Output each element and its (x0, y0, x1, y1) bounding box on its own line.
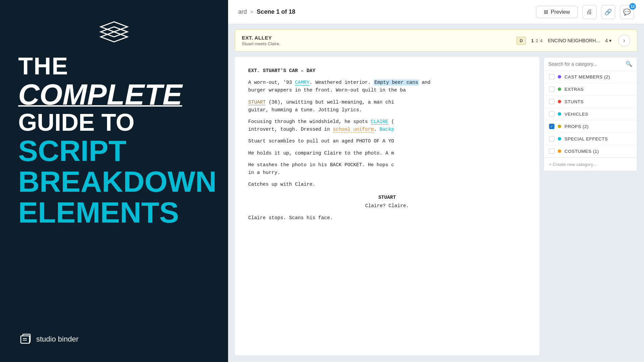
svg-rect-3 (21, 336, 30, 343)
extras-checkbox[interactable] (549, 86, 554, 92)
vehicles-checkbox[interactable] (549, 111, 554, 117)
print-icon: 🖨 (586, 8, 592, 15)
extras-dot (558, 87, 561, 91)
stunts-dot (558, 100, 561, 103)
extras-label: EXTRAS (565, 87, 584, 92)
action-line-8: Claire stops. Scans his face. (248, 214, 526, 222)
costumes-label: COSTUMES (1) (565, 149, 599, 154)
category-item-stunts[interactable]: STUNTS (544, 96, 637, 108)
page-1[interactable]: 1 (531, 38, 534, 43)
headline-elements: ELEMENTS (18, 197, 217, 228)
headline-script: SCRIPT (18, 135, 217, 166)
vehicles-label: VEHICLES (565, 112, 588, 117)
category-item-special-effects[interactable]: SPECIAL EFFECTS (544, 133, 637, 145)
breadcrumb: ard > Scene 1 of 18 (238, 8, 295, 15)
day-tag: D (517, 37, 526, 45)
beer-cans-highlight: Empty beer cans (374, 79, 419, 85)
content-area: EXT. STUART'S CAR – DAY A worn-out, '93 … (228, 57, 644, 362)
category-search-input[interactable] (548, 61, 623, 67)
right-panel: ard > Scene 1 of 18 ⊞ Preview 🖨 🔗 💬 12 E… (228, 0, 644, 362)
category-item-props[interactable]: PROPS (2) (544, 120, 637, 133)
action-line-3: Focusing through the windshield, he spot… (248, 118, 526, 133)
board-link[interactable]: ard (238, 8, 247, 15)
action-line-7: Catches up with Claire. (248, 181, 526, 188)
headline-breakdown: BREAKDOWN (18, 166, 217, 197)
logo-area: THE COMPLETE GUIDE TO SCRIPT BREAKDOWN E… (11, 20, 217, 228)
screenplay-scene-heading: EXT. STUART'S CAR – DAY (248, 67, 526, 75)
action-line-1: A worn-out, '93 CAMRY. Weathered interio… (248, 79, 526, 94)
headline-complete: COMPLETE (18, 79, 217, 110)
category-item-extras[interactable]: EXTRAS (544, 83, 637, 96)
search-box: 🔍 (544, 57, 637, 71)
special-effects-label: SPECIAL EFFECTS (565, 136, 608, 141)
props-label: PROPS (2) (565, 124, 589, 129)
category-item-vehicles[interactable]: VEHICLES (544, 108, 637, 120)
link-button[interactable]: 🔗 (601, 5, 615, 19)
category-item-cast-members[interactable]: CAST MEMBERS (2) (544, 71, 637, 83)
special-effects-dot (558, 137, 561, 140)
dialogue-1: Claire? Claire. (248, 202, 526, 210)
stuart-link[interactable]: STUART (248, 100, 266, 105)
print-button[interactable]: 🖨 (582, 5, 596, 19)
preview-icon: ⊞ (544, 9, 548, 15)
cast-members-dot (558, 75, 561, 78)
backp-link: Backp (380, 127, 394, 132)
scene-title: Scene 1 of 18 (257, 8, 295, 15)
left-panel: THE COMPLETE GUIDE TO SCRIPT BREAKDOWN E… (0, 0, 228, 362)
studio-binder-icon (20, 333, 32, 345)
stunts-label: STUNTS (565, 99, 584, 104)
breadcrumb-separator: > (250, 9, 253, 15)
scene-description: Stuart meets Claire. (242, 41, 510, 46)
action-line-5: He holds it up, comparing Claire to the … (248, 149, 526, 157)
scene-info: EXT. ALLEY Stuart meets Claire. (242, 35, 510, 46)
link-icon: 🔗 (604, 8, 612, 16)
stunts-checkbox[interactable] (549, 99, 554, 104)
scene-meta: D 1 2 4 ENCINO NEIGHBORH... 4 ▾ (517, 37, 611, 45)
page-numbers[interactable]: 1 2 4 (531, 38, 543, 43)
top-bar-actions: ⊞ Preview 🖨 🔗 💬 12 (536, 5, 634, 19)
preview-button[interactable]: ⊞ Preview (536, 6, 578, 18)
action-line-6: He stashes the photo in his BACK POCKET.… (248, 161, 526, 177)
cast-members-checkbox[interactable] (549, 74, 554, 79)
cast-members-label: CAST MEMBERS (2) (565, 74, 610, 79)
scene-pages-count: 4 ▾ (605, 38, 611, 43)
costumes-checkbox[interactable] (549, 148, 554, 154)
category-dropdown-panel: 🔍 CAST MEMBERS (2) EXTRAS (543, 57, 637, 171)
brand-name: studio binder (36, 335, 78, 344)
chevron-down-icon[interactable]: ▾ (609, 38, 611, 43)
special-effects-checkbox[interactable] (549, 136, 554, 141)
camry-link[interactable]: CAMRY (295, 80, 310, 85)
headline-the: THE (18, 53, 68, 79)
top-bar: ard > Scene 1 of 18 ⊞ Preview 🖨 🔗 💬 12 (228, 0, 644, 24)
preview-label: Preview (551, 9, 570, 15)
scene-card: EXT. ALLEY Stuart meets Claire. D 1 2 4 … (235, 29, 637, 52)
comment-icon: 💬 (623, 8, 631, 16)
character-cue-stuart: STUART (248, 194, 526, 201)
school-uniform-link[interactable]: school uniform (333, 127, 374, 132)
props-dot (558, 125, 561, 128)
headline-guide-to: GUIDE TO (18, 110, 217, 135)
stack-layers-icon (99, 20, 129, 44)
page-4[interactable]: 4 (540, 38, 542, 43)
location-tag: ENCINO NEIGHBORH... (548, 38, 600, 43)
costumes-dot (558, 149, 561, 153)
claire-link[interactable]: CLAIRE (371, 119, 388, 125)
studio-binder-brand: studio binder (20, 333, 78, 345)
vehicles-dot (558, 112, 561, 116)
create-new-category[interactable]: + Create new category... (544, 158, 637, 171)
search-icon: 🔍 (626, 61, 632, 67)
category-item-costumes[interactable]: COSTUMES (1) (544, 145, 637, 158)
next-scene-button[interactable]: › (618, 35, 630, 47)
props-checkbox[interactable] (549, 124, 554, 129)
action-line-4: Stuart scrambles to pull out an aged PHO… (248, 137, 526, 145)
page-2[interactable]: 2 (536, 38, 538, 43)
category-list: CAST MEMBERS (2) EXTRAS STUNTS (544, 71, 637, 158)
action-line-2: STUART (36), unwitting but well-meaning,… (248, 99, 526, 114)
comment-badge: 12 (629, 3, 636, 10)
comment-button[interactable]: 💬 12 (620, 5, 634, 19)
screenplay-panel[interactable]: EXT. STUART'S CAR – DAY A worn-out, '93 … (235, 57, 539, 355)
headline: THE COMPLETE GUIDE TO SCRIPT BREAKDOWN E… (11, 54, 217, 228)
scene-location: EXT. ALLEY (242, 35, 510, 41)
